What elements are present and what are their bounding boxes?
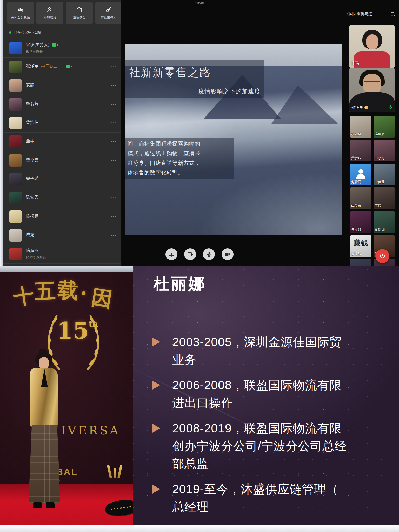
more-options-button[interactable]: ⋯	[111, 101, 117, 107]
bullet-triangle-icon	[152, 485, 160, 494]
leave-meeting-button[interactable]	[375, 249, 389, 263]
more-options-button[interactable]: ⋯	[111, 213, 117, 219]
sidebar-header[interactable]: 《国际零售与连...	[345, 11, 396, 16]
banner-char: ·	[80, 281, 87, 306]
more-options-button[interactable]: ⋯	[111, 45, 117, 51]
tile-name: 赵青雨	[351, 180, 361, 184]
video-tile[interactable]: 王煜	[374, 187, 395, 209]
video-tile[interactable]: 李笑庆	[350, 187, 371, 209]
more-options-button[interactable]: ⋯	[111, 138, 117, 145]
video-tile[interactable]: 赵青雨	[350, 164, 371, 185]
bullet-triangle-icon	[152, 424, 160, 433]
share-up-icon	[76, 6, 83, 13]
more-options-button[interactable]: ⋯	[111, 82, 117, 88]
tile-banner-text: 赚钱	[350, 238, 371, 248]
microphone-icon	[206, 251, 212, 257]
share-screen-button[interactable]	[165, 248, 177, 260]
toolbar-button-label: 添加成员	[44, 15, 56, 20]
participant-row[interactable]: 安静 ⋯	[3, 76, 121, 95]
more-options-button[interactable]: ⋯	[111, 157, 117, 163]
video-sidebar: 《国际零售与连... 宋瑛 张泽军 杨永凤 连剑辉 黄梦婷	[342, 0, 399, 266]
bullet-line: 2008-2019，联盈国际物流有限	[172, 419, 399, 437]
more-options-button[interactable]: ⋯	[111, 63, 117, 70]
participant-row[interactable]: 曲雯 ⋯	[3, 133, 121, 151]
participant-name: 宋瑛(主持人)	[26, 42, 50, 48]
bullet-triangle-icon	[152, 381, 160, 390]
slide-body-text: 间，商社集团积极探索购物的 模式，通过线上购物、直播带 群分享、门店直送等新方式…	[128, 139, 200, 177]
camera-button[interactable]	[222, 248, 234, 260]
woman-plaid-pants	[29, 425, 60, 503]
shared-presentation-slide: 社新新零售之路 疫情影响之下的加速度 间，商社集团积极探索购物的 模式，通过线上…	[125, 44, 345, 235]
tile-name: 李佳延	[375, 180, 385, 184]
video-tile[interactable]: 李佳延	[374, 164, 395, 185]
tile-name: 宋瑛	[351, 61, 359, 66]
video-tile[interactable]: 黄浩湖	[374, 211, 395, 233]
toolbar-button-label: 关闭全员视频	[11, 15, 30, 20]
slide-subtitle: 疫情影响之下的加速度	[125, 87, 261, 95]
participant-name: 毕若茜	[26, 101, 38, 107]
participant-row[interactable]: 成龙 ⋯	[3, 226, 121, 245]
participant-row[interactable]: 陈柯标 ⋯	[3, 207, 121, 226]
participant-title: 教学副院长	[26, 49, 121, 54]
more-options-button[interactable]: ⋯	[111, 251, 117, 257]
w-brand-icon	[107, 465, 123, 478]
participant-name: 陈海燕	[26, 248, 38, 254]
meeting-control-bar	[165, 248, 234, 260]
smiley-emoji-icon	[364, 106, 368, 109]
banner-char: 五	[34, 277, 56, 306]
resume-bullet: 2006-2008，联盈国际物流有限 进出口操作	[133, 376, 399, 419]
participant-name: 曾令雯	[26, 157, 38, 163]
portrait-face	[366, 34, 378, 49]
anniversary-number: 15th	[57, 317, 98, 344]
add-member-button[interactable]: 添加成员	[36, 2, 63, 24]
video-tile[interactable]: 赚钱 廖迪焱	[350, 235, 371, 257]
featured-video-tile[interactable]: 宋瑛	[349, 25, 395, 68]
video-tile[interactable]: 吴文娟	[350, 211, 371, 233]
bullet-triangle-icon	[152, 338, 160, 346]
unmuted-mic-icon	[389, 105, 393, 109]
participant-row[interactable]: 宋瑛(主持人) 教学副院长 ⋯	[3, 39, 121, 58]
participant-name: 安静	[26, 82, 34, 88]
tile-name: 张泽军	[351, 105, 363, 110]
more-options-button[interactable]: ⋯	[111, 232, 117, 238]
share-window-button[interactable]	[184, 248, 196, 260]
more-options-button[interactable]: ⋯	[111, 120, 117, 126]
participant-row[interactable]: 毕若茜 ⋯	[3, 95, 121, 114]
participant-row[interactable]: 曾子瑶 ⋯	[3, 170, 121, 189]
more-options-button[interactable]: ⋯	[111, 176, 117, 182]
person-add-icon	[46, 6, 53, 13]
participant-title: 经济学系教师	[26, 255, 121, 260]
avatar	[9, 79, 22, 92]
video-tile[interactable]: 连剑辉	[374, 116, 395, 138]
participant-row[interactable]: 陈海燕 经济学系教师 ⋯	[3, 245, 121, 264]
video-tile[interactable]: 黄梦婷	[350, 140, 371, 161]
video-tile-partial[interactable]	[350, 259, 371, 266]
video-tile[interactable]: 杨永凤	[350, 116, 371, 138]
screen-share-icon	[168, 251, 175, 257]
close-all-video-button[interactable]: 关闭全员视频	[7, 2, 34, 24]
more-options-button[interactable]: ⋯	[111, 194, 117, 201]
bullet-line: 2003-2005，深圳金源佳国际贸	[172, 333, 399, 351]
anniversary-photo: 十 五 载 · 因	[0, 266, 133, 532]
microphone-button[interactable]	[203, 248, 215, 260]
banner-char: 十	[11, 281, 36, 312]
woman-face	[39, 357, 49, 369]
participant-row[interactable]: 曹浩伟 ⋯	[3, 114, 121, 133]
resume-slide: 杜丽娜 2003-2005，深圳金源佳国际贸 业务 2006-2008，联盈国际…	[133, 266, 399, 532]
avatar	[9, 192, 22, 204]
slide-title: 社新新零售之路	[129, 65, 211, 80]
avatar	[9, 135, 22, 148]
transfer-host-button[interactable]: 转让主持人	[95, 2, 122, 24]
invite-button[interactable]: 邀请参会	[66, 2, 93, 24]
video-tile[interactable]: 田小丹	[374, 140, 395, 161]
bullet-line: 进出口操作	[172, 394, 399, 412]
participant-row[interactable]: 张泽军 @ 重庆... ⋯	[3, 58, 121, 76]
tile-name: 黄浩湖	[375, 228, 385, 232]
tile-name: 田小丹	[375, 156, 385, 160]
award-suffix: th	[89, 319, 98, 328]
slide-body-line: 体零售的数字化转型。	[128, 168, 200, 177]
participant-row[interactable]: 陈安秀 ⋯	[3, 189, 121, 207]
featured-video-tile[interactable]: 张泽军	[349, 68, 395, 112]
participant-name: 张泽军	[26, 64, 38, 69]
participant-row[interactable]: 曾令雯 ⋯	[3, 151, 121, 170]
